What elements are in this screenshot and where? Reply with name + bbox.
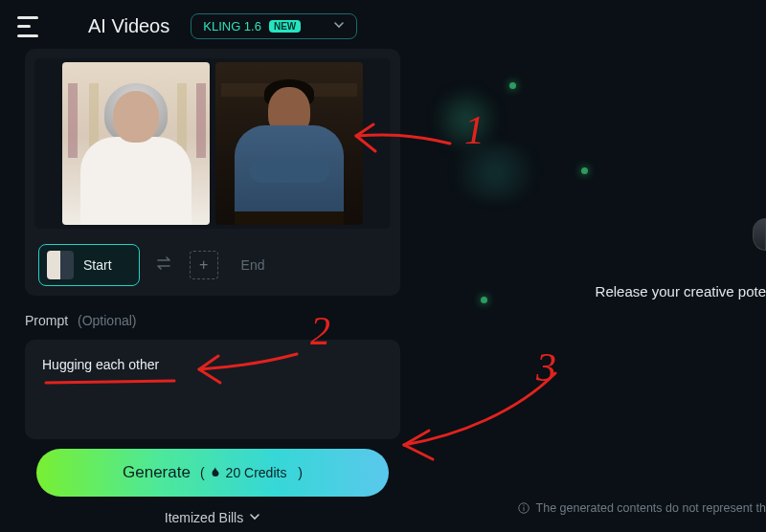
new-badge: NEW [269, 20, 301, 33]
menu-icon[interactable] [17, 16, 40, 37]
tagline-text: Release your creative pote [596, 283, 766, 299]
collapse-handle[interactable] [753, 218, 766, 251]
glow-decoration [442, 144, 548, 201]
particle [509, 82, 516, 89]
page-title: AI Videos [88, 15, 169, 37]
disclaimer-text: The generated contents do not represent … [517, 501, 766, 515]
itemized-label: Itemized Bills [165, 510, 243, 525]
particle [581, 167, 588, 174]
start-frame-button[interactable]: Start [38, 244, 140, 286]
particle [481, 297, 487, 303]
generate-credits: ( 20 Credits ) [200, 465, 303, 480]
start-frame-image-2[interactable] [215, 62, 363, 225]
info-icon [517, 501, 530, 515]
model-name: KLING 1.6 [203, 19, 261, 33]
add-end-frame-icon: + [190, 251, 218, 279]
fire-icon [209, 466, 222, 479]
start-label: Start [83, 257, 112, 273]
chevron-down-icon [249, 510, 260, 525]
end-frame-button[interactable]: + End [190, 244, 282, 286]
image-preview-row [34, 58, 391, 229]
start-thumbnail [47, 251, 74, 279]
svg-point-2 [523, 504, 524, 505]
prompt-label: Prompt (Optional) [25, 313, 400, 328]
prompt-input[interactable]: Hugging each other [25, 340, 400, 439]
start-frame-image[interactable] [62, 62, 210, 225]
right-area: Release your creative pote The generated… [414, 0, 766, 532]
prompt-section: Prompt (Optional) Hugging each other [25, 313, 400, 439]
generate-button[interactable]: Generate ( 20 Credits ) [36, 449, 389, 497]
chevron-down-icon [333, 19, 345, 33]
model-selector[interactable]: KLING 1.6 NEW [191, 13, 357, 39]
generate-label: Generate [123, 463, 191, 482]
end-label: End [241, 257, 265, 273]
prompt-text: Hugging each other [42, 357, 383, 372]
swap-frames-icon[interactable] [155, 255, 174, 276]
frames-canvas: Start + End [25, 49, 400, 296]
itemized-bills-toggle[interactable]: Itemized Bills [25, 510, 400, 525]
frame-controls: Start + End [34, 244, 391, 286]
left-panel: Start + End Prompt (Optional) Hugging ea… [0, 49, 414, 525]
